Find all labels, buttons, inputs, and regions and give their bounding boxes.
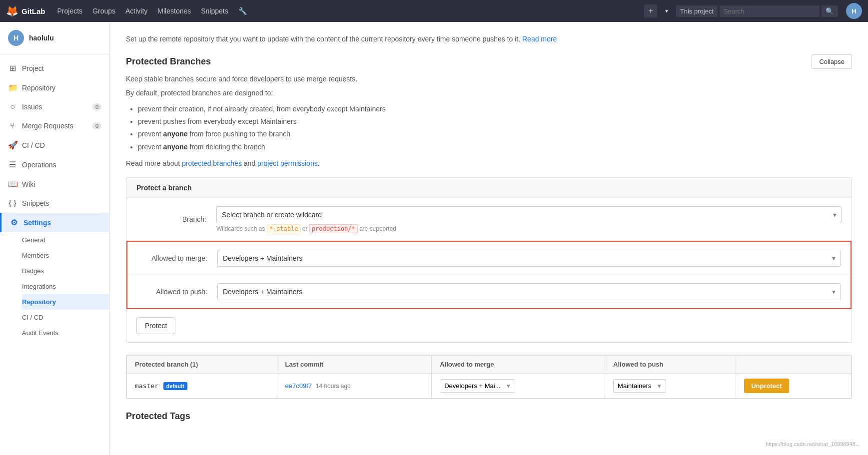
push-field: Developers + Maintainers <box>217 283 841 300</box>
sidebar-item-snippets[interactable]: { } Snippets <box>0 194 109 213</box>
sidebar-label-ci-cd: CI / CD <box>22 141 45 149</box>
section-desc2: By default, protected branches are desig… <box>126 89 852 97</box>
highlighted-permissions-section: Allowed to merge: Developers + Maintaine… <box>126 241 852 309</box>
branch-label: Branch: <box>136 215 206 223</box>
project-permissions-link[interactable]: project permissions <box>257 159 318 167</box>
cell-push-select-wrapper: Maintainers <box>613 379 666 393</box>
sidebar-subnav: General Members Badges Integrations Repo… <box>0 232 109 341</box>
bullet-3: prevent anyone from force pushing to the… <box>138 128 852 140</box>
col-commit: Last commit <box>277 355 432 373</box>
brand: 🦊 GitLab <box>6 5 45 17</box>
protected-branches-link[interactable]: protected branches <box>182 159 242 167</box>
sidebar-sub-ci-cd[interactable]: CI / CD <box>22 310 109 325</box>
branch-name: master <box>135 382 158 390</box>
protected-tags-title: Protected Tags <box>126 411 852 422</box>
col-push: Allowed to push <box>605 355 736 373</box>
sidebar-item-repository[interactable]: 📁 Repository <box>0 78 109 97</box>
avatar: H <box>8 30 24 46</box>
nav-activity[interactable]: Activity <box>121 5 151 17</box>
settings-icon: ⚙ <box>9 218 18 227</box>
bullet-4: prevent anyone from deleting the branch <box>138 141 852 153</box>
push-row: Allowed to push: Developers + Maintainer… <box>127 275 851 308</box>
bullet-list: prevent their creation, if not already c… <box>126 103 852 153</box>
sidebar-item-wiki[interactable]: 📖 Wiki <box>0 174 109 194</box>
merge-label: Allowed to merge: <box>137 254 207 262</box>
branch-row: Branch: Select branch or create wildcard… <box>126 198 852 241</box>
protected-branches-table-card: Protected branch (1) Last commit Allowed… <box>126 355 852 399</box>
main-content: Set up the remote repository that you wa… <box>110 22 868 455</box>
cell-merge-select[interactable]: Developers + Mai... <box>440 379 515 393</box>
protect-button[interactable]: Protect <box>136 317 175 334</box>
col-merge: Allowed to merge <box>432 355 605 373</box>
cell-push: Maintainers <box>605 373 736 398</box>
wildcard-hint: Wildcards such as *-stable or production… <box>216 225 842 232</box>
sidebar-sub-badges[interactable]: Badges <box>22 263 109 279</box>
push-select[interactable]: Developers + Maintainers <box>217 283 841 300</box>
search-scope[interactable]: This project <box>676 5 718 17</box>
brand-name: GitLab <box>21 7 45 15</box>
merge-row: Allowed to merge: Developers + Maintaine… <box>127 242 851 275</box>
sidebar-item-settings[interactable]: ⚙ Settings <box>0 213 109 232</box>
nav-snippets[interactable]: Snippets <box>197 5 232 17</box>
sidebar-sub-repository[interactable]: Repository <box>22 294 109 310</box>
nav-milestones[interactable]: Milestones <box>153 5 195 17</box>
nav-wrench-icon[interactable]: 🔧 <box>234 5 251 17</box>
sidebar-label-operations: Operations <box>22 161 56 169</box>
sidebar-label-project: Project <box>22 64 44 72</box>
sidebar-item-project[interactable]: ⊞ Project <box>0 58 109 78</box>
watermark: https://blog.csdn.net/sinat_16998948... <box>766 441 860 447</box>
section-desc1: Keep stable branches secure and force de… <box>126 75 852 83</box>
cell-branch: master default <box>127 373 277 398</box>
wiki-icon: 📖 <box>8 179 17 189</box>
table-row: master default ee7c09f7 14 hours ago <box>127 373 852 398</box>
protect-btn-row: Protect <box>126 309 852 342</box>
merge-requests-icon: ⑂ <box>8 121 17 130</box>
nav-groups[interactable]: Groups <box>88 5 119 17</box>
sidebar: H haolulu ⊞ Project 📁 Repository ○ Issue… <box>0 22 110 455</box>
operations-icon: ☰ <box>8 160 17 169</box>
merge-requests-badge: 0 <box>92 122 101 129</box>
merge-select[interactable]: Developers + Maintainers <box>217 250 841 267</box>
page-intro: Set up the remote repository that you wa… <box>126 34 852 44</box>
sidebar-item-issues[interactable]: ○ Issues 0 <box>0 97 109 116</box>
sidebar-item-ci-cd[interactable]: 🚀 CI / CD <box>0 135 109 155</box>
sidebar-sub-general[interactable]: General <box>22 232 109 248</box>
sidebar-item-merge-requests[interactable]: ⑂ Merge Requests 0 <box>0 116 109 135</box>
cell-merge-select-wrapper: Developers + Mai... <box>440 379 515 393</box>
unprotect-button[interactable]: Unprotect <box>744 379 789 393</box>
user-avatar[interactable]: H <box>846 3 862 19</box>
sidebar-sub-audit-events[interactable]: Audit Events <box>22 325 109 341</box>
cell-commit: ee7c09f7 14 hours ago <box>277 373 432 398</box>
read-more-link[interactable]: Read more <box>522 35 557 43</box>
sidebar-sub-integrations[interactable]: Integrations <box>22 279 109 294</box>
cell-push-select[interactable]: Maintainers <box>613 379 666 393</box>
sidebar-item-operations[interactable]: ☰ Operations <box>0 155 109 174</box>
sidebar-label-settings: Settings <box>23 219 51 227</box>
protect-form-header: Protect a branch <box>126 178 852 198</box>
plus-button[interactable]: + <box>644 4 657 17</box>
sidebar-user: H haolulu <box>0 22 109 54</box>
search-input[interactable] <box>720 5 820 17</box>
branch-select[interactable]: Select branch or create wildcard <box>216 206 842 223</box>
collapse-button[interactable]: Collapse <box>812 54 852 69</box>
branch-field: Select branch or create wildcard Wildcar… <box>216 206 842 232</box>
top-nav-links: Projects Groups Activity Milestones Snip… <box>53 5 251 17</box>
sidebar-nav: ⊞ Project 📁 Repository ○ Issues 0 ⑂ Merg… <box>0 54 109 345</box>
ci-cd-icon: 🚀 <box>8 140 17 150</box>
issues-icon: ○ <box>8 102 17 111</box>
read-more-text: Read more about protected branches and p… <box>126 159 852 167</box>
section-header: Protected Branches Collapse <box>126 54 852 69</box>
sidebar-label-snippets: Snippets <box>22 199 49 207</box>
search-button[interactable]: 🔍 <box>822 5 838 17</box>
sidebar-label-repository: Repository <box>22 84 55 92</box>
commit-link[interactable]: ee7c09f7 <box>285 382 312 390</box>
sidebar-sub-members[interactable]: Members <box>22 248 109 263</box>
sidebar-label-issues: Issues <box>22 103 42 111</box>
bullet-1: prevent their creation, if not already c… <box>138 103 852 115</box>
nav-projects[interactable]: Projects <box>53 5 87 17</box>
cell-merge: Developers + Mai... <box>432 373 605 398</box>
branch-select-wrapper: Select branch or create wildcard <box>216 206 842 223</box>
protected-branches-table: Protected branch (1) Last commit Allowed… <box>126 355 852 399</box>
issues-badge: 0 <box>92 103 101 110</box>
app-layout: H haolulu ⊞ Project 📁 Repository ○ Issue… <box>0 22 868 455</box>
